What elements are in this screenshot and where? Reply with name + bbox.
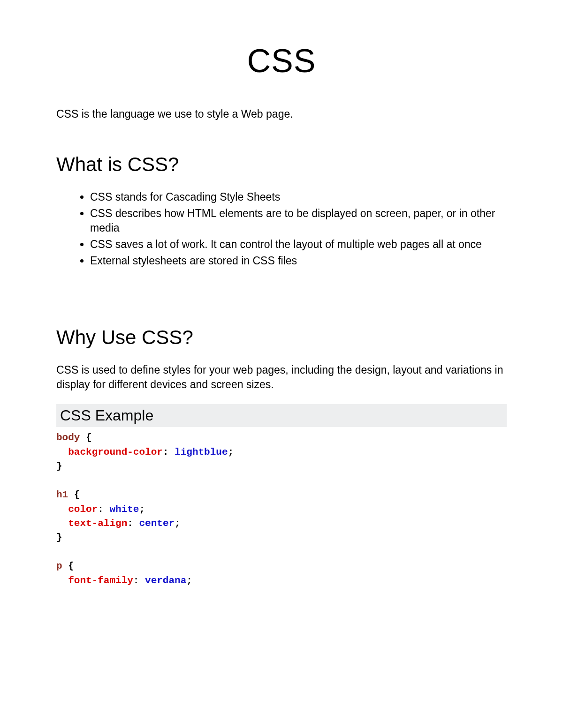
list-item: CSS saves a lot of work. It can control … (90, 237, 507, 252)
what-is-css-heading: What is CSS? (56, 153, 507, 176)
list-item: CSS describes how HTML elements are to b… (90, 206, 507, 235)
list-item: CSS stands for Cascading Style Sheets (90, 190, 507, 204)
why-use-css-heading: Why Use CSS? (56, 326, 507, 349)
intro-paragraph: CSS is the language we use to style a We… (56, 108, 507, 120)
why-use-css-paragraph: CSS is used to define styles for your we… (56, 363, 507, 392)
what-is-css-bullets: CSS stands for Cascading Style Sheets CS… (56, 190, 507, 268)
list-item: External stylesheets are stored in CSS f… (90, 254, 507, 268)
css-example-heading: CSS Example (56, 404, 507, 427)
css-example-code: body { background-color: lightblue; } h1… (56, 431, 507, 588)
page-title: CSS (56, 42, 507, 80)
